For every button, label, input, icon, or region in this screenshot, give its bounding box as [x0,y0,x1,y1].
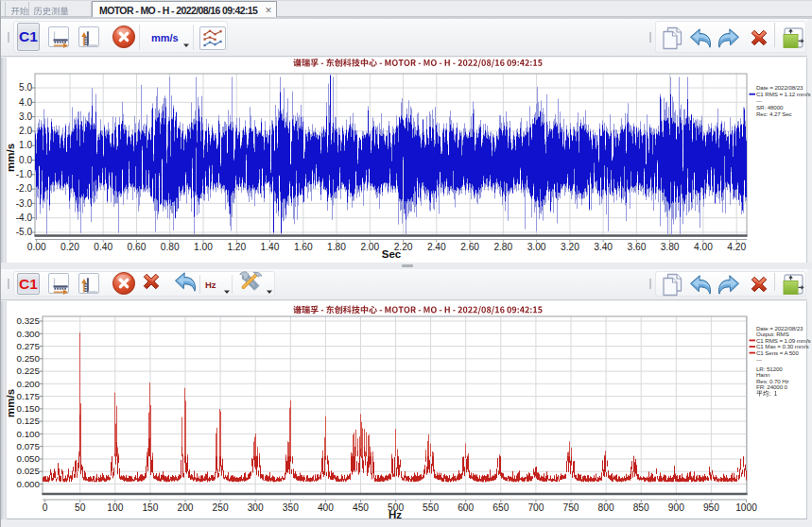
svg-text:850: 850 [633,502,649,513]
svg-text:200: 200 [178,502,194,513]
svg-text:0.325: 0.325 [16,315,40,326]
svg-text:0.000: 0.000 [16,479,40,489]
svg-text:0.150: 0.150 [16,403,40,414]
svg-text:0.175: 0.175 [16,391,40,401]
svg-text:250: 250 [213,502,229,513]
svg-text:750: 750 [563,502,579,513]
svg-text:0.025: 0.025 [16,466,40,476]
svg-text:700: 700 [527,502,544,513]
svg-text:300: 300 [248,502,264,513]
svg-text:---: --- [756,356,762,363]
svg-text:100: 100 [107,502,123,513]
svg-text:450: 450 [353,502,369,513]
svg-text:0.075: 0.075 [16,441,40,451]
svg-text:0.250: 0.250 [16,353,40,364]
svg-text:50: 50 [75,502,86,513]
svg-text:FR: 24000 0: FR: 24000 0 [756,383,788,390]
svg-text:600: 600 [458,502,474,513]
svg-text:350: 350 [283,502,299,513]
svg-text:950: 950 [703,502,719,513]
svg-text:900: 900 [668,502,684,513]
svg-text:150: 150 [142,502,158,513]
svg-text:1000: 1000 [735,502,757,513]
svg-text:C1 Sens = A 500: C1 Sens = A 500 [756,349,799,356]
svg-text:0: 0 [43,502,48,513]
svg-text:800: 800 [598,502,614,513]
svg-text:mm/s: mm/s [5,389,16,417]
svg-text:0.275: 0.275 [16,341,40,351]
svg-text:0.125: 0.125 [16,416,40,426]
svg-text:0.200: 0.200 [16,379,40,389]
svg-text:Hz: Hz [389,509,402,520]
svg-text:400: 400 [318,502,334,513]
svg-text:550: 550 [423,502,439,513]
svg-text:0.300: 0.300 [16,329,40,339]
svg-text:0.225: 0.225 [16,366,40,376]
svg-text:0.050: 0.050 [16,453,40,464]
svg-text:650: 650 [492,502,509,513]
svg-text:0.100: 0.100 [16,429,40,439]
